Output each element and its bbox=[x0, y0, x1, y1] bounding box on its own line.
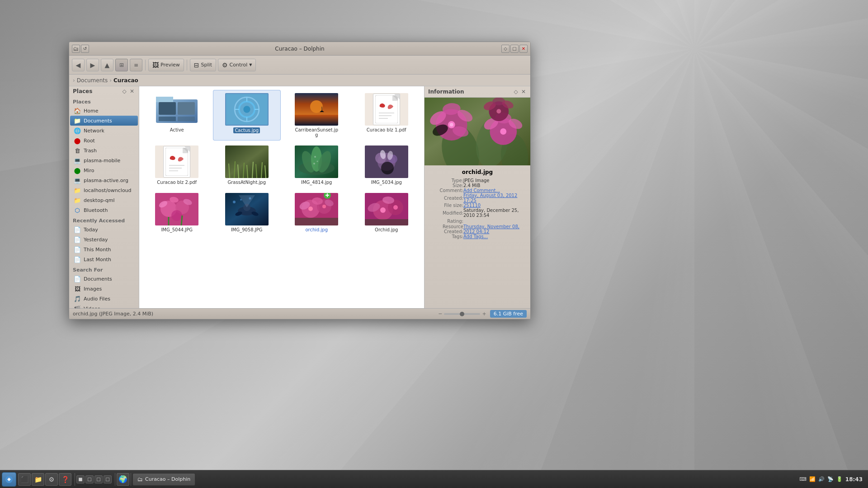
control-button[interactable]: ⚙ Control ▼ bbox=[218, 59, 256, 71]
taskbar-desktop-1[interactable]: ■ bbox=[76, 475, 85, 483]
file-name-curacao-blz1: Curacao blz 1.pdf bbox=[367, 127, 406, 132]
sidebar-item-today[interactable]: 📄 Today bbox=[70, 225, 138, 235]
up-button[interactable]: ▲ bbox=[101, 59, 113, 71]
info-created-link[interactable]: Friday, August 03, 2012 17:25 bbox=[463, 193, 517, 203]
file-name-caribbeansunset: CarribeanSunset.jpg bbox=[294, 127, 339, 137]
sidebar-close-icon[interactable]: ✕ bbox=[129, 88, 135, 94]
titlebar-close-btn[interactable]: ✕ bbox=[519, 45, 528, 53]
sidebar-item-plasma-active[interactable]: 💻 plasma-active.org bbox=[70, 175, 138, 185]
preview-label: Preview bbox=[160, 62, 180, 68]
taskbar-window-icon: 🗂 bbox=[137, 476, 143, 483]
info-panel-pin-icon[interactable]: ◇ bbox=[513, 89, 519, 95]
breadcrumb-documents[interactable]: Documents bbox=[77, 77, 108, 84]
taskbar-desktop-4[interactable]: □ bbox=[104, 475, 112, 483]
preview-button[interactable]: 🖼 Preview bbox=[148, 59, 184, 71]
file-item-img5044[interactable]: IMG_5044.JPG bbox=[143, 190, 211, 235]
file-thumb-orchid-upper bbox=[365, 193, 408, 225]
file-thumb-curacao-blz2 bbox=[155, 145, 198, 178]
sidebar-pin-icon[interactable]: ◇ bbox=[121, 88, 127, 94]
sidebar-item-desktop-qml[interactable]: 📁 desktop-qml bbox=[70, 195, 138, 205]
taskbar-browser-icon[interactable]: 🌍 bbox=[117, 473, 129, 486]
star-2[interactable]: ☆ bbox=[469, 218, 474, 224]
file-name-curacao-blz2: Curacao blz 2.pdf bbox=[157, 180, 197, 185]
taskbar-icon-settings[interactable]: ⚙ bbox=[45, 473, 58, 486]
sidebar-item-trash[interactable]: 🗑 Trash bbox=[70, 145, 138, 155]
icons-view-button[interactable]: ⊞ bbox=[115, 59, 128, 71]
svg-point-92 bbox=[393, 205, 398, 210]
sidebar-item-documents[interactable]: 📁 Documents bbox=[70, 116, 138, 126]
svg-rect-1 bbox=[156, 97, 173, 102]
star-1[interactable]: ☆ bbox=[463, 218, 468, 224]
file-item-cactus[interactable]: Cactus.jpg bbox=[213, 90, 281, 141]
file-item-orchid-lower[interactable]: orchid.jpg bbox=[283, 190, 351, 235]
file-thumb-active bbox=[155, 93, 198, 126]
star-3[interactable]: ☆ bbox=[474, 218, 479, 224]
sidebar-item-network[interactable]: 🌐 Network bbox=[70, 126, 138, 136]
zoom-slider[interactable] bbox=[444, 313, 480, 315]
title-menu-icon[interactable]: 🗂 bbox=[72, 45, 80, 53]
zoom-plus-icon[interactable]: + bbox=[482, 311, 486, 317]
sidebar-item-localhost[interactable]: 📁 localhost/owncloud bbox=[70, 185, 138, 195]
split-button[interactable]: ⊟ Split bbox=[190, 59, 216, 71]
taskbar-window-dolphin[interactable]: 🗂 Curacao – Dolphin bbox=[132, 473, 195, 486]
sidebar-item-home[interactable]: 🏠 Home bbox=[70, 106, 138, 116]
taskbar-icon-terminal[interactable]: ⬛ bbox=[18, 473, 31, 486]
tray-network-icon: 📶 bbox=[809, 476, 816, 482]
zoom-minus-icon[interactable]: − bbox=[438, 311, 442, 317]
sidebar-item-this-month[interactable]: 📄 This Month bbox=[70, 244, 138, 254]
info-resource-link[interactable]: Thursday, November 08, 2012 04:12 bbox=[463, 224, 519, 234]
file-item-caribbeansunset[interactable]: CarribeanSunset.jpg bbox=[283, 90, 351, 141]
taskbar-start-button[interactable] bbox=[2, 472, 16, 487]
sidebar-item-bluetooth[interactable]: ⬡ Bluetooth bbox=[70, 205, 138, 215]
sidebar-item-search-audio[interactable]: 🎵 Audio Files bbox=[70, 294, 138, 304]
taskbar-icon-help[interactable]: ❓ bbox=[59, 473, 71, 486]
titlebar-refresh-btn[interactable]: ↺ bbox=[81, 45, 89, 53]
forward-button[interactable]: ▶ bbox=[86, 59, 99, 71]
taskbar-desktop-2[interactable]: □ bbox=[85, 475, 94, 483]
file-thumb-grassatnight bbox=[225, 145, 269, 178]
sidebar-item-last-month[interactable]: 📄 Last Month bbox=[70, 254, 138, 264]
file-item-active[interactable]: Active bbox=[143, 90, 211, 141]
svg-rect-24 bbox=[379, 118, 388, 119]
file-item-img5034[interactable]: IMG_5034.jpg bbox=[353, 142, 421, 188]
sidebar-item-plasma-mobile[interactable]: 💻 plasma-mobile bbox=[70, 155, 138, 165]
file-item-img9058[interactable]: IMG_9058.JPG bbox=[213, 190, 281, 235]
sidebar-item-search-videos[interactable]: 🎬 Videos bbox=[70, 304, 138, 308]
details-view-button[interactable]: ≡ bbox=[130, 59, 142, 71]
sidebar-item-miro[interactable]: ⬤ Miro bbox=[70, 165, 138, 175]
pdf-icon-1 bbox=[373, 94, 400, 125]
sidebar-item-search-images[interactable]: 🖼 Images bbox=[70, 284, 138, 294]
star-4[interactable]: ☆ bbox=[479, 218, 484, 224]
info-modified-label: Modified: bbox=[428, 208, 463, 218]
file-item-curacao-blz2[interactable]: Curacao blz 2.pdf bbox=[143, 142, 211, 188]
file-name-img5034: IMG_5034.jpg bbox=[371, 180, 402, 185]
file-name-img9058: IMG_9058.JPG bbox=[231, 227, 263, 232]
taskbar-icon-files[interactable]: 📁 bbox=[32, 473, 44, 486]
file-item-curacao-blz1[interactable]: Curacao blz 1.pdf bbox=[353, 90, 421, 141]
file-name-orchid-lower: orchid.jpg bbox=[305, 227, 328, 232]
info-comment-link[interactable]: Add Comment... bbox=[463, 188, 500, 193]
sidebar-item-today-label: Today bbox=[84, 227, 98, 233]
sidebar-item-yesterday[interactable]: 📄 Yesterday bbox=[70, 235, 138, 244]
titlebar-minimize-btn[interactable]: ◇ bbox=[501, 45, 509, 53]
info-filesize-link[interactable]: 251110 bbox=[463, 203, 481, 208]
taskbar-desktop-3[interactable]: □ bbox=[94, 475, 103, 483]
sidebar-item-search-documents[interactable]: 📄 Documents bbox=[70, 274, 138, 284]
star-5[interactable]: ☆ bbox=[485, 218, 490, 224]
sidebar-section-search: Search For bbox=[69, 264, 139, 274]
info-filename: orchid.jpg bbox=[428, 169, 527, 175]
info-tags-link[interactable]: Add Tags... bbox=[463, 234, 488, 239]
file-item-img4814[interactable]: IMG_4814.jpg bbox=[283, 142, 351, 188]
info-details: orchid.jpg Type: JPEG Image Size: 2.4 Mi… bbox=[425, 165, 530, 243]
file-item-grassatnight[interactable]: GrassAtNight.jpg bbox=[213, 142, 281, 188]
back-button[interactable]: ◀ bbox=[72, 59, 85, 71]
titlebar-maximize-btn[interactable]: □ bbox=[510, 45, 519, 53]
sidebar-item-last-month-label: Last Month bbox=[84, 257, 111, 263]
sidebar-item-root[interactable]: ⬤ Root bbox=[70, 136, 138, 145]
file-item-orchid-upper[interactable]: Orchid.jpg bbox=[353, 190, 421, 235]
info-panel-close-icon[interactable]: ✕ bbox=[520, 89, 527, 95]
bluetooth-icon: ⬡ bbox=[74, 206, 81, 214]
dolphin-window: 🗂 ↺ Curacao – Dolphin ◇ □ ✕ ◀ ▶ ▲ ⊞ ≡ 🖼 … bbox=[69, 42, 531, 319]
sidebar-item-search-images-label: Images bbox=[84, 286, 102, 292]
zoom-handle[interactable] bbox=[460, 312, 464, 316]
